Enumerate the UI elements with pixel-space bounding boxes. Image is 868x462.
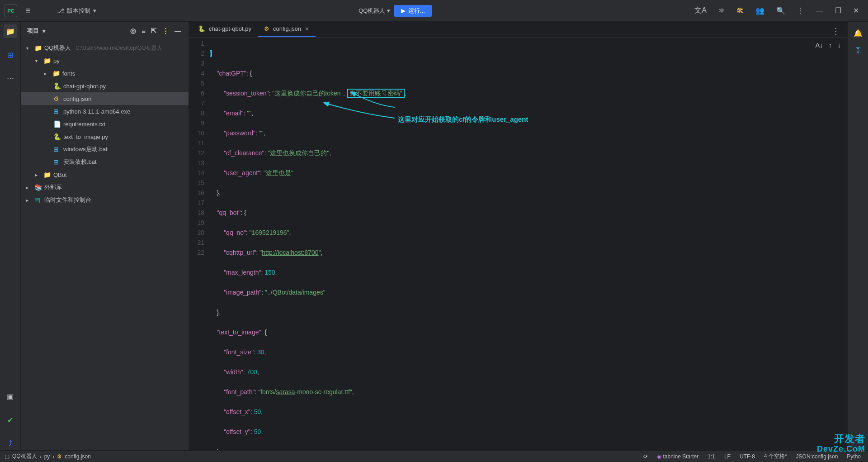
tab-chat-gpt-qbot[interactable]: 🐍 chat-gpt-qbot.py (192, 22, 258, 37)
main: 📁 ⊞ ⋯ ▣ ✔ ⤴ 项目 ▾ ◎ ≡ ⇱ ⋮ — ▾ 📁 QQ机器人 C:\… (0, 22, 868, 450)
chevron-down-icon[interactable]: ▾ (42, 28, 46, 34)
library-icon: 📚 (34, 184, 42, 191)
folder-icon: 📁 (43, 171, 52, 178)
tree-file-depbat[interactable]: ⊞ 安装依赖.bat (21, 156, 189, 168)
target-icon[interactable]: ◎ (129, 26, 137, 36)
indent-setting[interactable]: 4 个空格* (761, 452, 790, 460)
tree-root[interactable]: ▾ 📁 QQ机器人 C:\Users\woo-m\Desktop\QQ机器人 (21, 42, 189, 54)
json-file-icon: ⚙ (264, 25, 269, 32)
tree-py-folder[interactable]: ▾ 📁 py (21, 54, 189, 67)
translate-icon[interactable]: 文A (694, 6, 707, 15)
tree-file-config[interactable]: ⚙ config.json (21, 92, 189, 105)
tools-icon[interactable]: 🛠 (736, 7, 744, 15)
python-file-icon: 🐍 (53, 82, 61, 90)
git-tool-icon[interactable]: ⤴ (4, 437, 17, 450)
tree-file-pyexe[interactable]: ⊞ python-3.11.1-amd64.exe (21, 105, 189, 118)
notifications-icon[interactable]: 🔔 (854, 29, 863, 38)
tree-external-libs[interactable]: ▸ 📚 外部库 (21, 181, 189, 194)
statusbar: ▢ QQ机器人 › py › ⚙ config.json ⟳ ◉ tabnine… (0, 450, 868, 462)
users-icon[interactable]: 👥 (755, 6, 764, 15)
project-dropdown[interactable]: QQ机器人 ▾ (359, 7, 390, 15)
kebab-icon[interactable]: ⋮ (797, 6, 804, 15)
breadcrumb[interactable]: ▢ QQ机器人 › py › ⚙ config.json (5, 452, 91, 460)
tree-scratches[interactable]: ▸ ▤ 临时文件和控制台 (21, 194, 189, 206)
ide-logo: PC (5, 5, 17, 17)
font-folder-icon: 📁 (52, 70, 61, 77)
tabs-options-icon[interactable]: ⋮ (832, 26, 840, 36)
restore-icon[interactable]: ❐ (835, 6, 841, 15)
project-tree: ▾ 📁 QQ机器人 C:\Users\woo-m\Desktop\QQ机器人 ▾… (21, 40, 189, 450)
tab-label: chat-gpt-qbot.py (209, 25, 251, 32)
project-tool-icon[interactable]: 📁 (4, 24, 17, 38)
file-type[interactable]: JSON:config.json (793, 453, 841, 460)
structure-tool-icon[interactable]: ⊞ (4, 48, 17, 62)
json-file-icon: ⚙ (57, 453, 62, 460)
collapse-icon[interactable]: ⇱ (150, 26, 158, 36)
run-label: 运行... (408, 7, 425, 15)
line-separator[interactable]: LF (722, 453, 733, 460)
kebab-icon[interactable]: ⋮ (161, 26, 170, 36)
database-icon[interactable]: 🗄 (854, 48, 862, 56)
sidebar-header: 项目 ▾ ◎ ≡ ⇱ ⋮ — (21, 22, 189, 40)
module-icon: ▢ (5, 453, 9, 460)
check-tool-icon[interactable]: ✔ (4, 413, 17, 427)
vcs-dropdown[interactable]: ⎇ 版本控制 ▾ (57, 7, 96, 15)
hamburger-menu-icon[interactable]: ≡ (22, 4, 34, 18)
code-content[interactable]: { "chatGPT": { "session_token": "这里换成你自己… (210, 38, 847, 462)
tree-label: text_to_image.py (63, 133, 108, 140)
tree-file-chat[interactable]: 🐍 chat-gpt-qbot.py (21, 80, 189, 92)
expand-icon[interactable]: ≡ (141, 26, 146, 36)
project-sidebar: 项目 ▾ ◎ ≡ ⇱ ⋮ — ▾ 📁 QQ机器人 C:\Users\woo-m\… (21, 22, 189, 450)
tree-file-winbat[interactable]: ⊞ windows启动.bat (21, 143, 189, 156)
tree-label: fonts (62, 70, 75, 77)
close-tab-icon[interactable]: ✕ (305, 26, 309, 32)
loading-spinner-icon: ⟳ (641, 453, 651, 460)
python-file-icon: 🐍 (198, 25, 205, 32)
tree-file-req[interactable]: 📄 requirements.txt (21, 118, 189, 130)
file-encoding[interactable]: UTF-8 (737, 453, 758, 460)
editor-area: 🐍 chat-gpt-qbot.py ⚙ config.json ✕ ⋮ 123… (189, 22, 847, 450)
minimize-icon[interactable]: — (816, 7, 823, 15)
tree-label: 外部库 (44, 183, 62, 191)
python-folder-icon: 📁 (43, 57, 52, 64)
nav-down-icon[interactable]: ↓ (838, 40, 841, 50)
crumb-item: py (44, 453, 50, 460)
project-label: QQ机器人 (359, 7, 385, 14)
topbar: PC ≡ ⎇ 版本控制 ▾ QQ机器人 ▾ ▶ 运行... 文A ⚛ 🛠 👥 🔍… (0, 0, 868, 22)
scratch-icon: ▤ (34, 196, 42, 204)
tree-fonts-folder[interactable]: ▸ 📁 fonts (21, 67, 189, 80)
tree-label: QBot (53, 171, 67, 178)
chevron-down-icon: ▾ (387, 7, 390, 14)
watermark: 开发者 DevZe.CoM (817, 434, 865, 454)
right-toolbar: 🔔 🗄 (847, 22, 868, 450)
nav-up-icon[interactable]: ↑ (829, 40, 832, 50)
tab-config-json[interactable]: ⚙ config.json ✕ (258, 22, 316, 37)
left-toolbar: 📁 ⊞ ⋯ ▣ ✔ ⤴ (0, 22, 21, 450)
python-interpreter[interactable]: Pytho (844, 453, 863, 460)
folder-icon: 📁 (34, 44, 42, 52)
terminal-tool-icon[interactable]: ▣ (4, 390, 17, 403)
editor-tabs: 🐍 chat-gpt-qbot.py ⚙ config.json ✕ ⋮ (189, 22, 847, 38)
search-icon[interactable]: 🔍 (776, 6, 785, 15)
more-tool-icon[interactable]: ⋯ (4, 71, 17, 85)
code-editor[interactable]: 12345678910111213141516171819202122 { "c… (189, 38, 847, 462)
tree-file-tti[interactable]: 🐍 text_to_image.py (21, 130, 189, 143)
run-button[interactable]: ▶ 运行... (394, 5, 432, 17)
editor-toolbar: A↓ ↑ ↓ (815, 40, 841, 50)
cursor-position[interactable]: 1:1 (705, 453, 718, 460)
tabnine-status[interactable]: ◉ tabnine Starter (654, 453, 701, 460)
atom-icon[interactable]: ⚛ (718, 6, 725, 15)
close-icon[interactable]: ✕ (853, 6, 859, 15)
windows-file-icon: ⊞ (53, 158, 61, 166)
tree-qbot-folder[interactable]: ▸ 📁 QBot (21, 168, 189, 181)
sort-az-icon[interactable]: A↓ (815, 40, 823, 50)
tree-label: requirements.txt (63, 121, 105, 128)
vcs-label: 版本控制 (67, 7, 90, 15)
json-file-icon: ⚙ (53, 95, 61, 102)
tree-label: config.json (63, 95, 91, 102)
hide-icon[interactable]: — (174, 26, 182, 36)
branch-icon: ⎇ (57, 7, 64, 14)
sidebar-title: 项目 (27, 27, 39, 35)
line-gutter: 12345678910111213141516171819202122 (189, 38, 210, 462)
windows-file-icon: ⊞ (53, 146, 61, 153)
